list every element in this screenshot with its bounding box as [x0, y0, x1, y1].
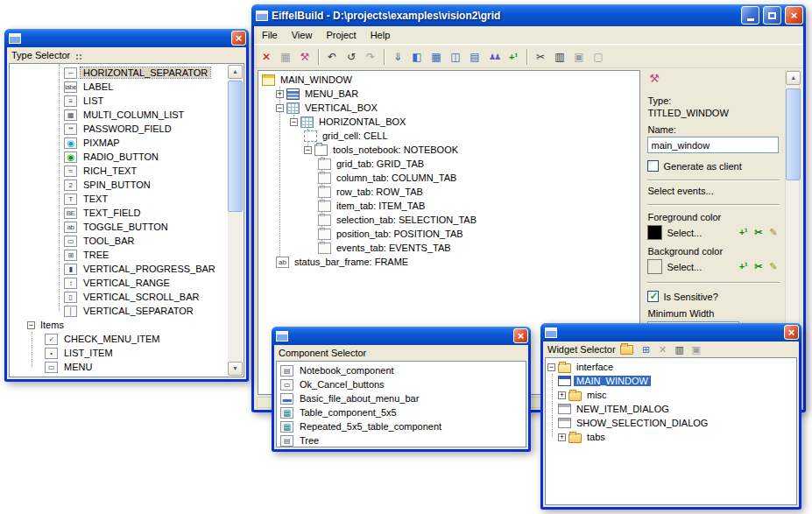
users-icon[interactable]: ♟♟ [485, 48, 503, 66]
collapse-icon[interactable] [27, 321, 35, 329]
items-group-row[interactable]: Items [10, 318, 244, 332]
tree-row[interactable]: VERTICAL_BOX [258, 101, 639, 115]
collapse-icon[interactable] [304, 146, 312, 154]
type-row[interactable]: ab TOGGLE_BUTTON [10, 220, 244, 234]
type-row[interactable]: ⊞ TREE [10, 248, 244, 262]
component-row[interactable]: ▭ Ok_Cancel_buttons [277, 377, 526, 391]
type-row[interactable]: ** PASSWORD_FIELD [10, 122, 244, 136]
layout-rows-icon[interactable]: ▤ [466, 48, 484, 66]
paste-icon[interactable]: ▣ [570, 48, 588, 66]
add-constant-icon[interactable]: +¹ [505, 48, 522, 66]
background-select-button[interactable]: Select... [667, 262, 702, 272]
foreground-swatch[interactable] [647, 225, 662, 240]
scissors-icon[interactable]: ✂ [752, 261, 765, 272]
select-events-button[interactable]: Select events... [647, 186, 780, 196]
tree-row[interactable]: MAIN_WINDOW [258, 73, 639, 87]
widget-row[interactable]: tabs [546, 430, 796, 444]
redo-icon[interactable]: ↷ [362, 48, 379, 66]
component-row[interactable]: ▦ Table_component_5x5 [277, 405, 526, 419]
tree-row[interactable]: row_tab: ROW_TAB [258, 185, 639, 199]
titlebar[interactable] [540, 323, 801, 341]
scrollbar-thumb[interactable] [786, 88, 801, 180]
delete-icon[interactable]: ✕ [258, 48, 275, 66]
add-constant-icon[interactable]: +¹ [737, 227, 750, 238]
tree-row[interactable]: position_tab: POSITION_TAB [258, 227, 639, 241]
type-row[interactable]: ◉ PIXMAP [10, 136, 244, 150]
widget-row[interactable]: SHOW_SELECTION_DIALOG [546, 416, 796, 430]
type-row[interactable]: ✓ CHECK_MENU_ITEM [10, 332, 244, 346]
expand-icon[interactable] [558, 391, 566, 399]
collapse-icon[interactable] [290, 118, 298, 126]
cut-icon[interactable]: ✂ [532, 48, 549, 66]
tree-row[interactable]: item_tab: ITEM_TAB [258, 199, 639, 213]
pencil-icon[interactable]: ✎ [766, 261, 780, 272]
expand-icon[interactable] [558, 433, 566, 441]
menu-view[interactable]: View [286, 28, 319, 42]
scissors-icon[interactable]: ✂ [752, 227, 765, 238]
tree-row[interactable]: status_bar_frame: FRAME [258, 255, 639, 269]
new-folder-icon[interactable] [620, 345, 633, 355]
menu-help[interactable]: Help [364, 28, 397, 42]
tree-row[interactable]: grid_cell: CELL [258, 129, 639, 143]
collapse-icon[interactable] [547, 363, 555, 371]
type-row[interactable]: label LABEL [10, 80, 244, 94]
type-row[interactable]: • LIST_ITEM [10, 346, 244, 360]
layout-split-icon[interactable]: ◫ [447, 48, 464, 66]
tree-row[interactable]: selection_tab: SELECTION_TAB [258, 213, 639, 227]
tree-row[interactable]: column_tab: COLUMN_TAB [258, 171, 639, 185]
widget-row[interactable]: NEW_ITEM_DIALOG [546, 402, 796, 416]
titlebar[interactable] [4, 29, 249, 47]
paste-icon[interactable]: ▣ [690, 344, 703, 356]
save-icon[interactable]: ▦ [277, 48, 294, 66]
component-row[interactable]: ▦ Repeated_5x5_table_component [277, 419, 526, 433]
type-row[interactable]: 2 SPIN_BUTTON [10, 178, 244, 192]
add-constant-icon[interactable]: +¹ [737, 261, 750, 272]
type-row[interactable]: │ VERTICAL_SEPARATOR [10, 304, 244, 318]
layout-left-icon[interactable]: ◧ [408, 48, 426, 66]
scroll-up-icon[interactable] [786, 71, 801, 85]
undo-icon[interactable]: ↶ [323, 48, 341, 66]
type-row[interactable]: BE TEXT_FIELD [10, 206, 244, 220]
is-sensitive-checkbox[interactable]: Is Sensitive? [647, 291, 780, 302]
close-button[interactable] [513, 328, 528, 343]
minimize-button[interactable] [741, 6, 759, 25]
background-swatch[interactable] [647, 259, 662, 274]
pick-tool-icon[interactable]: ⚒ [647, 72, 660, 85]
type-scrollbar[interactable] [228, 65, 243, 376]
scrollbar-thumb[interactable] [228, 81, 243, 212]
widget-row[interactable]: interface [546, 360, 796, 374]
build-icon[interactable]: ⚒ [296, 48, 314, 66]
component-row[interactable]: ▬ Basic_file_about_menu_bar [277, 391, 526, 405]
type-row[interactable]: ▦ MULTI_COLUMN_LIST [10, 108, 244, 122]
tree-row[interactable]: events_tab: EVENTS_TAB [258, 241, 639, 255]
type-row[interactable]: ─ HORIZONTAL_SEPARATOR [10, 66, 244, 80]
copy-icon[interactable]: ▥ [551, 48, 568, 66]
type-row[interactable]: ▮ VERTICAL_PROGRESS_BAR [10, 262, 244, 276]
paste-special-icon[interactable]: ▢ [590, 48, 607, 66]
widget-row[interactable]: MAIN_WINDOW [546, 374, 796, 388]
tree-row[interactable]: MENU_BAR [258, 87, 639, 101]
type-row[interactable]: T TEXT [10, 192, 244, 206]
generate-icon[interactable]: ⇓ [389, 48, 406, 66]
layout-grid-icon[interactable]: ▦ [427, 48, 445, 66]
generate-client-checkbox[interactable]: Generate as client [647, 160, 780, 172]
type-row[interactable]: ↕ VERTICAL_RANGE [10, 276, 244, 290]
component-row[interactable]: ▤ Notebook_component [277, 363, 526, 377]
titlebar[interactable]: EiffelBuild - D:\projects\examples\visio… [251, 4, 806, 26]
close-button[interactable] [785, 6, 803, 25]
history-icon[interactable]: ↺ [342, 48, 360, 66]
menu-project[interactable]: Project [320, 28, 362, 42]
add-widget-icon[interactable]: ⊞ [640, 344, 653, 356]
close-button[interactable] [231, 31, 246, 46]
expand-icon[interactable] [276, 90, 284, 98]
scroll-down-icon[interactable] [228, 362, 243, 376]
type-row[interactable]: ≈ RICH_TEXT [10, 164, 244, 178]
scroll-up-icon[interactable] [228, 65, 243, 79]
pencil-icon[interactable]: ✎ [766, 227, 780, 238]
component-row[interactable]: ▤ Tree [277, 433, 526, 447]
type-row[interactable]: ▭ MENU [10, 360, 244, 374]
type-row[interactable]: ▭ TOOL_BAR [10, 234, 244, 248]
widget-row[interactable]: misc [546, 388, 796, 402]
remove-widget-icon[interactable]: ✕ [657, 344, 669, 356]
copy-icon[interactable]: ▥ [674, 344, 686, 356]
